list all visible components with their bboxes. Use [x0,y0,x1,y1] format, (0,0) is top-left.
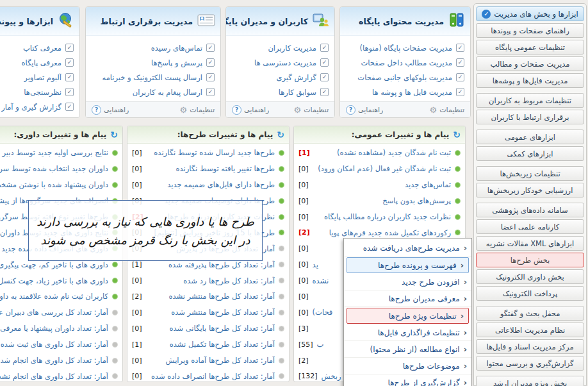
context-menu-item[interactable]: ‹ تنظیمات ویژه طرح‌ها [347,308,469,324]
sidebar-item[interactable]: بخش طرح‌ها [476,253,584,267]
sidebar-item[interactable]: سامانه داده‌های پژوهشی [476,203,584,217]
refresh-icon[interactable]: ↻ [110,130,118,140]
status-row-label[interactable]: آمار: تعداد کل بررسی های دبیران علمی [0,308,108,317]
panel-menu-item[interactable]: ✓ معرفی پایگاه [0,55,74,70]
status-row-label[interactable]: آمار: تعداد داوران پیشنهاد یا معرفی شده [0,324,108,333]
settings-button[interactable]: تنظیمات⚙ [180,105,215,115]
status-row-label[interactable]: آمار: تعداد کل طرح‌ها انصراف داده شده [146,372,275,381]
context-menu-item[interactable]: ‹ فهرست و پرونده طرح‌ها [347,257,469,273]
settings-button[interactable]: تنظیمات⚙ [294,105,329,115]
panel-menu-item[interactable]: ✓ مدیریت صفحات پایگاه (منوها) [344,40,464,55]
status-row-label[interactable]: آمار: تعداد کل طرح‌ها منتشر شده [146,308,275,317]
context-menu-item[interactable]: ‹ مدیریت طرح‌های دریافت شده [344,240,471,256]
status-row-label[interactable]: نظرات جدید کاربران درباره مطالب پایگاه [313,212,451,221]
status-row-label[interactable]: آمار: تعداد کل طرح‌ها رد شده [146,276,275,285]
checkbox-icon[interactable]: ✓ [320,88,329,96]
status-row-label[interactable]: نتایج بررسی اولیه جدید توسط دبیر علمی [0,148,108,157]
sidebar-item[interactable]: مدیریت فایل‌ها و پوشه‌ها [476,73,584,88]
settings-button[interactable]: تنظیمات⚙ [430,105,464,115]
checkbox-icon[interactable]: ✓ [65,88,74,96]
checkbox-icon[interactable]: ✓ [206,88,215,96]
sidebar-item[interactable]: بخش داوری الکترونیک [476,269,584,284]
status-row-label[interactable]: آمار: تعداد کل طرح‌ها بایگانی شده [146,324,275,333]
checkbox-icon[interactable]: ✓ [65,44,74,52]
status-row-label[interactable]: رکوردهای تکمیل شده جدید فرم‌های پویا [314,228,451,237]
sidebar-item[interactable]: ابزارها و بخش های مدیریت ✓ [476,6,584,21]
panel-menu-item[interactable]: ✓ ارسال پست الکترونیک و خبرنامه [90,70,215,85]
sidebar-item[interactable]: محفل بحث و گفتگو [476,306,584,321]
checkbox-icon[interactable]: ✓ [320,73,329,81]
status-row-label[interactable]: آمار: تعداد کل طرح‌ها تکمیل نشده [146,340,275,349]
checkbox-icon[interactable]: ✓ [206,73,215,81]
status-row-label[interactable]: طرح‌ها تغییر یافته توسط نگارنده [146,164,275,173]
status-row-label[interactable]: طرح‌ها دارای فایل‌های ضمیمه جدید [146,180,275,189]
panel-menu-item[interactable]: ✓ تماس‌های رسیده [90,40,215,55]
checkbox-icon[interactable]: ✓ [65,73,74,81]
panel-menu-item[interactable]: ✓ پرسش و پاسخ‌ها [90,55,215,70]
sidebar-item[interactable]: پرداخت الکترونیک [476,286,584,301]
sidebar-item[interactable]: راهنمای صفحات و پیوندها [476,23,584,38]
sidebar-item[interactable]: تنظیمات مربوط به کاربران [476,93,584,108]
sidebar-item[interactable]: گزارش‌گیري و بررسی محتوا [476,356,584,371]
context-menu-item[interactable]: ‹ معرفی مدیران طرح‌ها [344,290,471,307]
refresh-icon[interactable]: ↻ [453,130,461,140]
checkbox-icon[interactable]: ✓ [206,44,215,52]
panel-menu-item[interactable]: ✓ مدیریت مطالب داخل صفحات [344,55,464,70]
status-row-label[interactable]: آمار: تعداد کل داوری های انجام شده [0,356,108,365]
status-row-label[interactable]: طرح‌ها جدید ارسال شده توسط نگارنده [146,148,275,157]
status-row-label[interactable]: داوری های با تاخیر کم، جهت پیگیری [0,260,108,269]
sidebar-item[interactable]: مدیریت صفحات و مطالب [476,56,584,71]
panel-menu-item[interactable]: ✓ مدیریت کاربران [230,40,329,55]
sidebar-item[interactable]: برقراری ارتباط با کاربران [476,110,584,124]
sidebar-item[interactable]: ابزارهای عمومی [476,130,584,144]
sidebar-item[interactable]: ابزارهای XML مقالات نشریه [476,236,584,251]
status-row-label[interactable]: داوری های با تاخیر زیاد، جهت کنسل کردن [0,276,108,285]
status-row-label[interactable]: آمار: تعداد کل داوری های ثبت شده [0,340,108,349]
status-row-label[interactable]: پرسش‌های بدون پاسخ [313,196,451,205]
checkbox-icon[interactable]: ✓ [456,44,464,52]
checkbox-icon[interactable]: ✓ [456,73,464,81]
panel-menu-item[interactable]: ✓ مدیریت بلوکهای جانبی صفحات [344,70,464,85]
panel-menu-item[interactable]: ✓ نظرسنجی‌ها [0,85,74,99]
panel-menu-item[interactable]: ✓ گزارش گیری [230,70,329,85]
help-button[interactable]: راهنمایی? [346,105,383,115]
context-menu-item[interactable]: ‹ افزودن طرح جدید [344,274,471,290]
status-row-label[interactable]: ثبت نام شدگان جدید (مشاهده نشده) [314,148,451,157]
panel-menu-item[interactable]: ✓ مدیریت فایل ها و پوشه ها [344,85,464,99]
context-menu-item[interactable]: ‹ موضوعات طرح‌ها [344,358,471,374]
help-button[interactable]: راهنمایی? [92,105,129,115]
sidebar-item[interactable]: کارنامه علمی اعضا [476,219,584,234]
panel-menu-item[interactable]: ✓ ارسال پیغام به کاربران [90,85,215,99]
checkbox-icon[interactable]: ✓ [65,58,74,67]
checkbox-icon[interactable]: ✓ [65,103,74,111]
refresh-icon[interactable]: ↻ [277,130,284,140]
context-menu-item[interactable]: ‹ تنظیمات فراگذاری فایل‌ها [344,324,471,341]
sidebar-item[interactable]: ابزارهای کمکی [476,146,584,161]
status-row-label[interactable]: آمار: تعداد کل طرح‌ها منتشر نشده [146,292,275,301]
checkbox-icon[interactable]: ✓ [206,58,215,67]
panel-menu-item[interactable]: ✓ سوابق کارها [230,85,329,99]
panel-menu-item[interactable]: ✓ آلبوم تصاویر [0,70,74,85]
checkbox-icon[interactable]: ✓ [320,44,329,52]
status-row-label[interactable]: تماس‌های جدید [313,180,451,189]
status-row-label[interactable]: آمار: تعداد کل طرح‌ها آماده ویرایش [146,356,275,365]
status-row-label[interactable]: کاربران ثبت نام شده علاقمند به داوری [0,292,108,301]
sidebar-item[interactable]: مرکز مدیریت اسناد و فایل‌ها [476,339,584,354]
status-row-label[interactable]: آمار: تعداد کل طرح‌ها پذیرفته شده [146,260,275,269]
context-menu-item[interactable]: ‹ انواع مطالعه (از نظر محتوا) [344,341,471,358]
status-row-label[interactable]: آمار: تعداد کل داوری های انجام نشده [0,372,108,381]
status-row-label[interactable]: ثبت نام شدگان غیر فعال (عدم امکان ورود) [313,164,451,173]
panel-menu-item[interactable]: ✓ مدیریت دسترسی ها [230,55,329,70]
help-button[interactable]: راهنمایی? [232,105,269,115]
sidebar-item[interactable]: ارزشیابی خودکار زیربخش‌ها [476,183,584,197]
sidebar-item[interactable]: تنظیمات زیربخش‌ها [476,166,584,181]
checkbox-icon[interactable]: ✓ [456,58,464,67]
sidebar-item[interactable]: بخش ویژه مدیران ارشد [476,376,584,386]
sidebar-item[interactable]: تنظیمات عمومی پایگاه [476,40,584,55]
panel-menu-item[interactable]: ✓ معرفی کتاب [0,40,74,55]
status-row-label[interactable]: داوران جدید انتخاب شده توسط سرگروه [0,164,108,173]
checkbox-icon[interactable]: ✓ [456,88,464,96]
panel-menu-item[interactable]: ✓ گزارش گیری و آمار [0,99,74,114]
context-menu-item[interactable]: ‹ گزارش‌گیري از طرح‌ها [344,374,471,386]
checkbox-icon[interactable]: ✓ [320,58,329,67]
